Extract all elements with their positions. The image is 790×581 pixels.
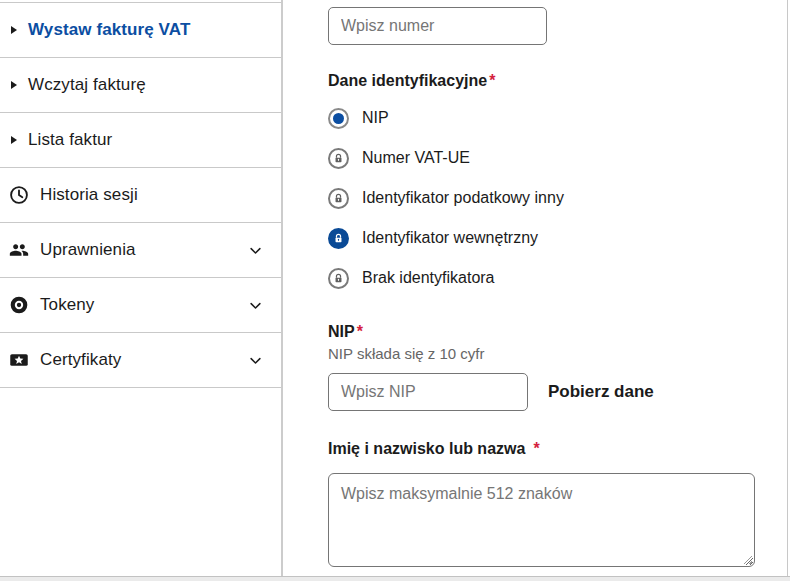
certificate-icon — [9, 350, 29, 370]
nip-input-row: Pobierz dane — [328, 373, 787, 411]
name-field-label: Imię i nazwisko lub nazwa* — [328, 440, 787, 458]
ksef-invoice-page: Wystaw fakturę VAT Wczytaj fakturę Lista… — [0, 0, 790, 581]
triangle-right-icon — [11, 136, 17, 144]
fetch-data-button[interactable]: Pobierz dane — [548, 382, 654, 402]
radio-selected-icon — [328, 108, 349, 129]
lock-icon — [328, 188, 349, 209]
lock-icon — [328, 268, 349, 289]
sidebar-item-label: Tokeny — [40, 295, 237, 315]
radio-option-identyfikator-wewnetrzny: Identyfikator wewnętrzny — [328, 218, 787, 258]
sidebar-item-uprawnienia[interactable]: Uprawnienia — [0, 223, 281, 278]
people-icon — [9, 240, 29, 260]
panel-right-border — [787, 0, 788, 576]
nip-label-text: NIP — [328, 323, 355, 340]
nip-hint: NIP składa się z 10 cyfr — [328, 345, 787, 362]
radio-label: Brak identyfikatora — [362, 269, 495, 287]
sidebar-item-label: Uprawnienia — [40, 240, 237, 260]
radio-label: Numer VAT-UE — [362, 149, 470, 167]
sidebar-item-label: Wystaw fakturę VAT — [28, 20, 267, 40]
radio-label: Identyfikator podatkowy inny — [362, 189, 564, 207]
sidebar-nav: Wystaw fakturę VAT Wczytaj fakturę Lista… — [0, 0, 283, 576]
required-asterisk: * — [489, 72, 495, 89]
sidebar-item-historia-sesji[interactable]: Historia sesji — [0, 168, 281, 223]
sidebar-item-wystaw-fakture-vat[interactable]: Wystaw fakturę VAT — [0, 3, 281, 58]
sidebar-item-label: Certyfikaty — [40, 350, 237, 370]
sidebar-item-certyfikaty[interactable]: Certyfikaty — [0, 333, 281, 388]
identification-radio-group: NIP Numer VAT-UE — [328, 98, 787, 298]
required-asterisk: * — [533, 440, 539, 457]
chevron-down-icon — [248, 298, 263, 313]
name-textarea[interactable] — [328, 473, 755, 567]
radio-label: Identyfikator wewnętrzny — [362, 229, 538, 247]
sidebar-item-label: Lista faktur — [28, 130, 267, 150]
sidebar-item-label: Wczytaj fakturę — [28, 75, 267, 95]
radio-option-nip[interactable]: NIP — [328, 98, 787, 138]
sidebar-item-label: Historia sesji — [40, 185, 267, 205]
triangle-right-icon — [11, 81, 17, 89]
radio-option-vat-ue: Numer VAT-UE — [328, 138, 787, 178]
sidebar-menu: Wystaw fakturę VAT Wczytaj fakturę Lista… — [0, 2, 281, 388]
token-icon — [9, 295, 29, 315]
radio-option-identyfikator-podatkowy-inny: Identyfikator podatkowy inny — [328, 178, 787, 218]
nip-input[interactable] — [328, 373, 528, 411]
chevron-down-icon — [248, 243, 263, 258]
clock-icon — [9, 185, 29, 205]
lock-filled-icon — [328, 228, 349, 249]
identification-label-text: Dane identyfikacyjne — [328, 72, 487, 89]
sidebar-item-wczytaj-fakture[interactable]: Wczytaj fakturę — [0, 58, 281, 113]
name-label-text: Imię i nazwisko lub nazwa — [328, 440, 525, 457]
invoice-number-input[interactable] — [328, 7, 547, 45]
nip-field-label: NIP* — [328, 323, 787, 341]
sidebar-item-lista-faktur[interactable]: Lista faktur — [0, 113, 281, 168]
required-asterisk: * — [357, 323, 363, 340]
triangle-right-icon — [11, 26, 17, 34]
identification-section-label: Dane identyfikacyjne* — [328, 72, 787, 90]
radio-label: NIP — [362, 109, 389, 127]
panel-bottom-border — [0, 576, 790, 581]
sidebar-item-tokeny[interactable]: Tokeny — [0, 278, 281, 333]
invoice-form: Dane identyfikacyjne* NIP Numer VAT-UE — [285, 0, 787, 576]
name-textarea-wrapper — [328, 473, 755, 567]
chevron-down-icon — [248, 353, 263, 368]
radio-option-brak-identyfikatora: Brak identyfikatora — [328, 258, 787, 298]
lock-icon — [328, 148, 349, 169]
